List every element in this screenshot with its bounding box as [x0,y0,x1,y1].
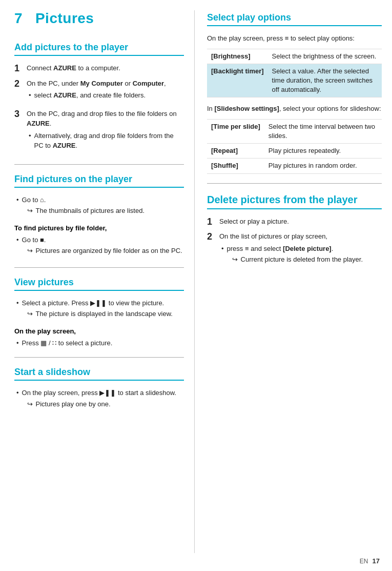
chapter-heading: 7 Pictures [14,10,184,27]
option-key: [Time per slide] [207,119,264,143]
arrow-continuation: ↪ Pictures are organized by file folder … [27,246,184,256]
bullet-item: • On the play screen, press ▶❚❚ to start… [14,388,184,411]
playpause-icon: ▶❚❚ [90,299,107,307]
bullet-text: Press ▦ / ∷ to select a picture. [22,338,184,348]
folder-icon: ■ [40,236,44,244]
section-delete-pictures: Delete pictures from the player 1 Select… [207,193,382,271]
bullet-text: On the play screen, press ▶❚❚ to start a… [22,388,184,411]
find-bullets: • Go to ⌂. ↪ The thumbnails of pictures … [14,195,184,218]
arrow-symbol: ↪ [27,246,33,256]
step-content: On the list of pictures or play screen, … [219,231,382,271]
section-heading-find: Find pictures on the player [14,174,184,188]
option-key: [Brightness] [207,49,268,64]
bullet-dot: • [16,298,19,308]
bullet-dot: • [221,244,224,254]
slideshow-settings-label: [Slideshow settings] [214,105,279,112]
step-content: Connect AZURE to a computer. [27,63,184,73]
footer-lang: EN [360,558,368,565]
bullet-item: • Press ▦ / ∷ to select a picture. [14,338,184,348]
add-step-3: 3 On the PC, drag and drop files to the … [14,109,184,155]
step-3-bullets: • Alternatively, drag and drop file fold… [27,131,184,151]
step-content: On the PC, under My Computer or Computer… [27,78,184,105]
step-number: 2 [207,231,219,243]
chapter-title: Pictures [35,10,94,26]
bullet-text: select AZURE, and create file folders. [34,90,184,101]
slideshow-bullets: • On the play screen, press ▶❚❚ to start… [14,388,184,411]
arrow-text: Pictures are organized by file folder as… [36,246,184,256]
bullet-dot: • [16,338,19,348]
section-heading-play-options: Select play options [207,12,382,26]
section-divider [14,164,184,165]
bullet-text: press ≡ and select [Delete picture]. ↪ C… [227,244,382,267]
delete-step-1: 1 Select or play a picture. [207,216,382,228]
bullet-item: • press ≡ and select [Delete picture]. ↪… [219,244,382,267]
brand-name: AZURE [53,91,76,99]
arrow-continuation: ↪ Pictures play one by one. [27,399,184,409]
section-heading-delete: Delete pictures from the player [207,193,382,209]
view-play-bullets: • Press ▦ / ∷ to select a picture. [14,338,184,348]
section-start-slideshow: Start a slideshow • On the play screen, … [14,367,184,411]
arrow-text: The picture is displayed in the landscap… [36,309,184,319]
page-footer: EN 17 [0,553,392,571]
section-heading-slideshow: Start a slideshow [14,367,184,381]
arrow-text: Current picture is deleted from the play… [241,254,382,265]
bullet-text: Go to ■. ↪ Pictures are organized by fil… [22,235,184,258]
section-add-pictures: Add pictures to the player 1 Connect AZU… [14,42,184,155]
table-row-highlighted: [Backlight timer] Select a value. After … [207,64,382,97]
option-value: Select the time interval between two sli… [264,119,382,143]
bullet-item: • select AZURE, and create file folders. [27,90,184,101]
arrow-symbol: ↪ [27,399,33,409]
step-content: Select or play a picture. [219,216,382,227]
table-row: [Shuffle] Play pictures in random order. [207,159,382,173]
brand-name: AZURE [53,64,76,72]
my-computer-label: My Computer [80,80,123,87]
step-number: 2 [14,78,27,90]
arrow-symbol: ↪ [27,309,33,319]
bullet-text: Alternatively, drag and drop file folder… [34,131,184,151]
step-number: 1 [207,216,219,228]
option-value: Play pictures in random order. [264,159,382,173]
bullet-dot: • [16,235,19,245]
bullet-item: • Go to ■. ↪ Pictures are organized by f… [14,235,184,258]
delete-step-2-bullets: • press ≡ and select [Delete picture]. ↪… [219,244,382,267]
section-divider [14,267,184,268]
chapter-number: 7 [14,10,23,26]
brand-name: AZURE [53,142,76,149]
add-step-1: 1 Connect AZURE to a computer. [14,63,184,74]
bullet-item: • Select a picture. Press ▶❚❚ to view th… [14,298,184,321]
table-row: [Repeat] Play pictures repeatedly. [207,144,382,159]
section-heading-add: Add pictures to the player [14,42,184,56]
option-value: Play pictures repeatedly. [264,144,382,159]
arrow-continuation: ↪ Current picture is deleted from the pl… [232,254,382,265]
table-row: [Brightness] Select the brightness of th… [207,49,382,64]
menu-icon: ≡ [285,34,289,42]
section-view-pictures: View pictures • Select a picture. Press … [14,277,184,348]
add-step-2: 2 On the PC, under My Computer or Comput… [14,78,184,105]
computer-label: Computer [133,80,164,87]
delete-steps-list: 1 Select or play a picture. 2 On the lis… [207,216,382,271]
option-value: Select the brightness of the screen. [268,49,382,64]
section-divider [14,357,184,358]
arrow-text: The thumbnails of pictures are listed. [36,206,184,216]
section-heading-view: View pictures [14,277,184,291]
subsection-heading: On the play screen, [14,327,184,335]
bullet-text: Select a picture. Press ▶❚❚ to view the … [22,298,184,321]
arrow-symbol: ↪ [232,254,238,265]
option-key: [Repeat] [207,144,264,159]
add-steps-list: 1 Connect AZURE to a computer. 2 On the … [14,63,184,155]
bullet-dot: • [29,131,31,141]
footer-page-number: 17 [373,557,380,565]
step-number: 3 [14,109,27,120]
bullet-dot: • [16,388,19,398]
option-key: [Backlight timer] [207,64,268,97]
brightness-table: [Brightness] Select the brightness of th… [207,49,382,98]
home-icon: ⌂ [40,196,44,204]
right-column: Select play options On the play screen, … [195,10,392,553]
bullet-dot: • [29,90,31,101]
step-content: On the PC, drag and drop files to the fi… [27,109,184,155]
subsection-heading: To find pictures by file folder, [14,224,184,232]
section-find-pictures: Find pictures on the player • Go to ⌂. ↪… [14,174,184,258]
grid-icon: ▦ [40,339,47,347]
find-file-bullets: • Go to ■. ↪ Pictures are organized by f… [14,235,184,258]
slideshow-table: [Time per slide] Select the time interva… [207,119,382,174]
